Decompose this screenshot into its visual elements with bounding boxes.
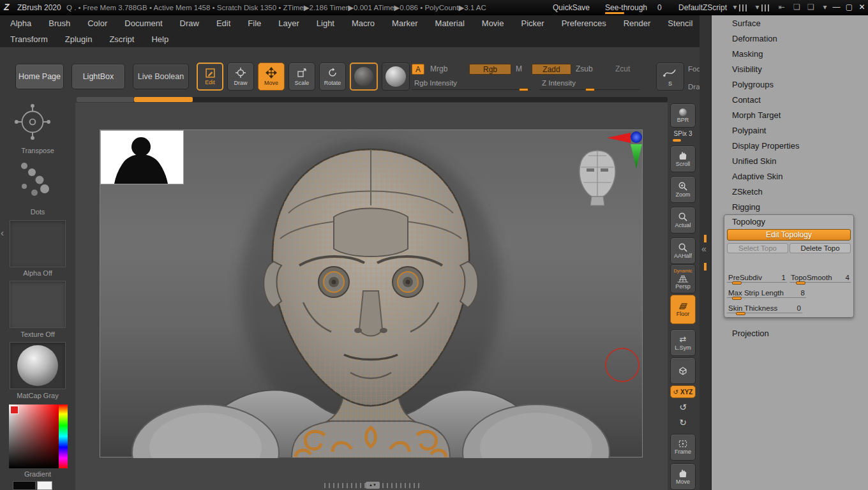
spix-slider[interactable]: SPix 3 (670, 130, 696, 144)
edit-topology-button[interactable]: Edit Topology (727, 229, 851, 241)
menu-brush[interactable]: Brush (49, 19, 70, 28)
home-page-button[interactable]: Home Page (15, 64, 64, 89)
right-tray-collapse-icon[interactable]: « (701, 244, 707, 254)
tray-item-polygroups[interactable]: Polygroups (712, 77, 868, 92)
axis-x-arrow[interactable] (607, 133, 631, 143)
floor-toggle-button[interactable]: Floor (670, 295, 696, 324)
transpose-icon[interactable] (14, 102, 51, 142)
tray-item-zsketch[interactable]: ZSketch (712, 184, 868, 199)
menu-edit[interactable]: Edit (216, 19, 230, 28)
tray-item-projection[interactable]: Projection (712, 325, 868, 341)
current-material-button[interactable] (350, 63, 378, 91)
local-symmetry-button[interactable]: ⇄ L.Sym (670, 329, 696, 356)
move-doc-button[interactable]: Move (670, 463, 696, 490)
stroke-type-button[interactable]: S (656, 63, 684, 91)
dock-left-icon[interactable]: ⇤ (776, 2, 787, 13)
toposmooth-handle[interactable] (796, 281, 805, 285)
close-button[interactable]: ✕ (857, 2, 867, 13)
tool-thumbnail[interactable] (101, 131, 184, 184)
gizmo3d-button[interactable] (670, 357, 696, 384)
divider-handle[interactable] (704, 263, 707, 271)
stroke-dots-icon[interactable] (17, 160, 52, 202)
tray-item-masking[interactable]: Masking (712, 46, 868, 61)
xyz-rotation-button[interactable]: ↺ XYZ (670, 385, 696, 398)
axis-z-sphere[interactable] (631, 131, 642, 143)
edit-mode-button[interactable]: Edit (197, 63, 223, 91)
chevron-down-icon[interactable]: ▾ (819, 2, 830, 13)
menu-zscript[interactable]: Zscript (109, 34, 134, 44)
restore-button[interactable]: ▢ (844, 2, 855, 13)
anti-aliasing-toggle[interactable]: A (412, 64, 424, 75)
tray-item-visibility[interactable]: Visibility (712, 61, 868, 77)
draw-mode-button[interactable]: Draw (227, 63, 254, 91)
focal-shift-slider[interactable]: Foc (688, 65, 700, 73)
max-strip-length-slider[interactable]: Max Strip Length 8 (727, 288, 806, 298)
rotate-ccw-button[interactable]: ↺ (675, 402, 691, 415)
rotate-mode-button[interactable]: Rotate (319, 63, 346, 91)
presubdiv-handle[interactable] (732, 281, 742, 285)
scrollbar-segment[interactable] (77, 97, 134, 102)
menu-movie[interactable]: Movie (482, 19, 504, 28)
toposmooth-slider[interactable]: TopoSmooth 4 (789, 272, 851, 283)
menu-render[interactable]: Render (624, 19, 651, 28)
left-tray-collapse-icon[interactable]: ‹ (1, 227, 4, 238)
menu-help[interactable]: Help (151, 34, 168, 44)
select-topo-button[interactable]: Select Topo (727, 243, 788, 253)
tray-item-polypaint[interactable]: Polypaint (712, 122, 868, 138)
max-strip-length-handle[interactable] (732, 297, 742, 300)
see-through-slider[interactable]: See-through (605, 3, 647, 12)
quicksave-button[interactable]: QuickSave (553, 3, 590, 12)
tray-item-unified-skin[interactable]: Unified Skin (712, 153, 868, 168)
lightbox-button[interactable]: LightBox (71, 64, 125, 89)
menu-preferences[interactable]: Preferences (562, 19, 606, 28)
right-tray-divider[interactable]: « (700, 15, 711, 490)
skin-thickness-slider[interactable]: Skin Thickness 0 (727, 303, 802, 313)
color-picker[interactable] (9, 405, 68, 468)
menu-layer[interactable]: Layer (278, 19, 299, 28)
axis-y-arrow[interactable] (631, 144, 642, 168)
current-color-swatch[interactable] (10, 406, 19, 414)
zoom-button[interactable]: Zoom (670, 176, 696, 203)
actual-size-button[interactable]: Actual (670, 207, 696, 234)
canvas-h-scrollbar[interactable] (77, 97, 668, 102)
z-intensity-slider[interactable]: Z Intensity (539, 79, 640, 90)
hue-strip[interactable] (59, 405, 68, 468)
z-intensity-handle[interactable] (585, 88, 595, 91)
menu-document[interactable]: Document (124, 19, 162, 28)
rgb-intensity-handle[interactable] (519, 88, 528, 91)
menu-color[interactable]: Color (87, 19, 107, 28)
menu-draw[interactable]: Draw (180, 19, 199, 28)
menu-alpha[interactable]: Alpha (10, 19, 31, 28)
secondary-color-swatch[interactable] (37, 481, 52, 490)
live-boolean-button[interactable]: Live Boolean (133, 64, 189, 89)
menu-macro[interactable]: Macro (352, 19, 375, 28)
columns-icon[interactable] (761, 4, 771, 11)
scroll-button[interactable]: Scroll (670, 145, 696, 172)
divider-handle[interactable] (704, 235, 707, 242)
zadd-toggle[interactable]: Zadd (532, 64, 571, 75)
tray-item-display-properties[interactable]: Display Properties (712, 138, 868, 153)
scrollbar-thumb[interactable] (134, 97, 193, 102)
panel-layout-icon[interactable]: ❏ (791, 2, 802, 13)
menu-stencil[interactable]: Stencil (668, 19, 692, 28)
document-canvas[interactable] (100, 130, 643, 457)
rgb-intensity-slider[interactable]: Rgb Intensity (412, 79, 530, 90)
topology-header[interactable]: Topology (732, 217, 765, 226)
rotate-cw-button[interactable]: ↻ (675, 417, 691, 430)
scale-mode-button[interactable]: Scale (288, 63, 315, 91)
bpr-render-button[interactable]: BPR (670, 103, 696, 128)
tray-item-contact[interactable]: Contact (712, 92, 868, 107)
move-mode-button[interactable]: Move (258, 63, 285, 91)
menu-zplugin[interactable]: Zplugin (65, 34, 93, 44)
see-through-handle[interactable] (605, 12, 624, 14)
zscript-button[interactable]: DefaultZScript (678, 3, 727, 12)
aahalf-button[interactable]: AAHalf (670, 237, 696, 264)
frame-button[interactable]: Frame (670, 434, 696, 461)
tray-item-surface[interactable]: Surface (712, 15, 868, 31)
scroll-arrows-icon[interactable]: ▲▼ (366, 482, 380, 489)
zsub-toggle[interactable]: Zsub (576, 64, 593, 73)
tray-item-deformation[interactable]: Deformation (712, 31, 868, 46)
menu-material[interactable]: Material (435, 19, 465, 28)
menu-transform[interactable]: Transform (10, 34, 48, 44)
skin-thickness-handle[interactable] (736, 312, 745, 315)
